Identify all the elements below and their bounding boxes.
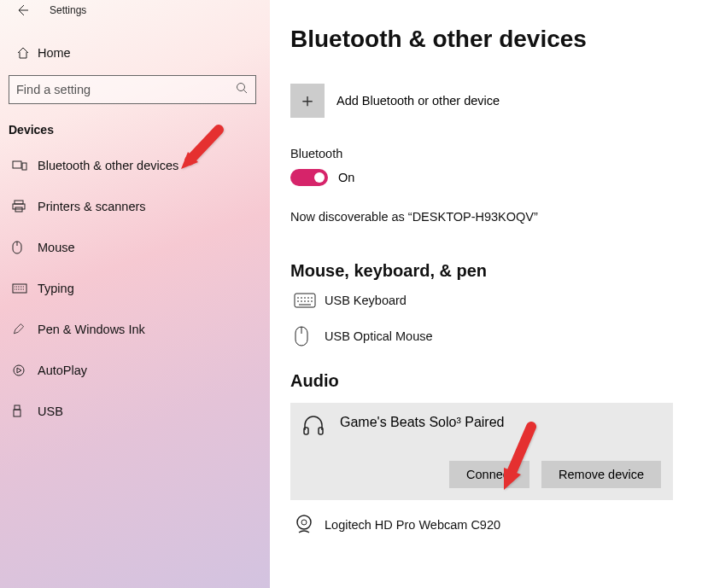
plus-tile: ＋ bbox=[290, 84, 325, 118]
bluetooth-toggle[interactable] bbox=[290, 169, 328, 186]
autoplay-icon bbox=[12, 364, 34, 377]
back-button[interactable] bbox=[9, 3, 36, 17]
device-optical-mouse[interactable]: USB Optical Mouse bbox=[290, 325, 682, 347]
devices-icon bbox=[12, 160, 34, 172]
webcam-icon bbox=[294, 514, 325, 536]
nav-label: AutoPlay bbox=[38, 364, 87, 377]
sidebar-item-typing[interactable]: Typing bbox=[0, 268, 270, 309]
device-webcam[interactable]: Logitech HD Pro Webcam C920 bbox=[290, 514, 682, 536]
headphones-icon bbox=[302, 415, 333, 439]
mouse-icon bbox=[294, 325, 325, 347]
audio-device-name: Game's Beats Solo³ bbox=[340, 415, 461, 429]
svg-rect-1 bbox=[13, 161, 21, 168]
discoverable-text: Now discoverable as “DESKTOP-H93KOQV” bbox=[290, 210, 682, 224]
nav-label: USB bbox=[38, 405, 63, 418]
group-title-mouse: Mouse, keyboard, & pen bbox=[290, 261, 682, 281]
printer-icon bbox=[12, 200, 34, 213]
svg-rect-14 bbox=[295, 294, 315, 307]
svg-rect-4 bbox=[13, 204, 25, 209]
svg-point-22 bbox=[297, 515, 311, 529]
device-keyboard[interactable]: USB Keyboard bbox=[290, 293, 682, 308]
keyboard-icon bbox=[294, 293, 325, 308]
svg-rect-21 bbox=[319, 428, 323, 434]
sidebar: Settings Home Devices Bluetooth & other … bbox=[0, 0, 270, 588]
device-name: USB Optical Mouse bbox=[325, 329, 433, 343]
sidebar-item-printers[interactable]: Printers & scanners bbox=[0, 186, 270, 227]
remove-device-button[interactable]: Remove device bbox=[541, 461, 661, 488]
sidebar-item-mouse[interactable]: Mouse bbox=[0, 227, 270, 268]
nav-label: Pen & Windows Ink bbox=[38, 323, 145, 336]
sidebar-item-pen[interactable]: Pen & Windows Ink bbox=[0, 309, 270, 350]
search-input[interactable] bbox=[16, 83, 221, 96]
sidebar-item-usb[interactable]: USB bbox=[0, 391, 270, 432]
pen-icon bbox=[12, 323, 34, 336]
add-device-label: Add Bluetooth or other device bbox=[336, 94, 500, 108]
nav-label: Typing bbox=[38, 282, 74, 295]
section-title: Devices bbox=[0, 104, 270, 145]
sidebar-item-autoplay[interactable]: AutoPlay bbox=[0, 350, 270, 391]
device-name: USB Keyboard bbox=[325, 294, 407, 307]
group-title-audio: Audio bbox=[290, 371, 682, 391]
svg-rect-3 bbox=[15, 201, 23, 204]
sidebar-item-home[interactable]: Home bbox=[0, 36, 270, 70]
home-icon bbox=[12, 46, 34, 60]
svg-rect-8 bbox=[13, 284, 26, 293]
audio-device-card[interactable]: Game's Beats Solo³ Paired Connect Remove… bbox=[290, 403, 673, 500]
main-content: Bluetooth & other devices ＋ Add Bluetoot… bbox=[270, 0, 702, 588]
page-title: Bluetooth & other devices bbox=[290, 26, 682, 53]
home-label: Home bbox=[38, 46, 71, 60]
search-icon bbox=[235, 81, 249, 98]
svg-rect-13 bbox=[14, 410, 20, 416]
device-name: Logitech HD Pro Webcam C920 bbox=[325, 518, 500, 532]
sidebar-item-bluetooth[interactable]: Bluetooth & other devices bbox=[0, 145, 270, 186]
plus-icon: ＋ bbox=[298, 88, 317, 114]
nav-label: Printers & scanners bbox=[38, 200, 146, 213]
svg-point-0 bbox=[237, 84, 245, 91]
svg-rect-12 bbox=[15, 405, 20, 410]
mouse-icon bbox=[12, 241, 34, 254]
svg-point-11 bbox=[14, 365, 24, 376]
nav-label: Mouse bbox=[38, 241, 75, 254]
usb-icon bbox=[12, 405, 34, 418]
bluetooth-label: Bluetooth bbox=[290, 147, 682, 160]
svg-rect-20 bbox=[304, 428, 308, 434]
connect-button[interactable]: Connect bbox=[449, 461, 529, 488]
add-device-button[interactable]: ＋ Add Bluetooth or other device bbox=[290, 84, 682, 118]
app-title: Settings bbox=[50, 4, 86, 16]
toggle-state-label: On bbox=[338, 171, 354, 184]
toggle-knob bbox=[314, 172, 325, 183]
keyboard-icon bbox=[12, 283, 34, 294]
search-box[interactable] bbox=[9, 75, 256, 104]
audio-device-status: Paired bbox=[465, 415, 504, 429]
nav-label: Bluetooth & other devices bbox=[38, 159, 178, 172]
svg-rect-2 bbox=[22, 163, 26, 170]
svg-point-23 bbox=[301, 520, 307, 525]
